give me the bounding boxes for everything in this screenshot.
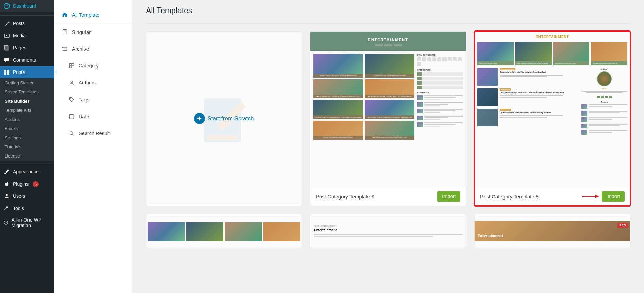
- sidebar-label: Search Result: [79, 131, 110, 136]
- card-preview: HOME > ENTERTAINMENT Entertainment: [310, 214, 466, 248]
- user-icon: [3, 193, 10, 200]
- menu-plugins[interactable]: Plugins 6: [0, 178, 54, 190]
- pin-icon: [3, 20, 10, 27]
- sidebar-archive[interactable]: Archive: [54, 40, 132, 57]
- preview-side-heading: CATEGORIES: [417, 69, 463, 71]
- svg-rect-5: [7, 70, 9, 72]
- svg-rect-4: [4, 70, 6, 72]
- menu-label: Comments: [13, 57, 36, 63]
- sidebar-category[interactable]: Category: [54, 57, 132, 74]
- card-template-partial-2[interactable]: HOME > ENTERTAINMENT Entertainment: [310, 214, 466, 248]
- search-icon: [69, 130, 75, 137]
- media-icon: [3, 32, 10, 39]
- plugin-icon: [3, 181, 10, 187]
- card-template-9[interactable]: ENTERTAINMENT STORIES TO TELL NOT STUFF …: [310, 31, 466, 206]
- submenu-site-builder[interactable]: Site Builder: [0, 97, 54, 106]
- sidebar-singular[interactable]: Singular: [54, 23, 132, 40]
- svg-point-18: [71, 81, 72, 83]
- menu-label: Posts: [13, 21, 25, 26]
- import-button[interactable]: Import: [602, 191, 625, 202]
- sidebar-label: Authors: [79, 80, 96, 85]
- preview-heading: ENTERTAINMENT: [475, 32, 630, 42]
- card-footer: Post Category Template 8 Import: [475, 187, 630, 206]
- card-start-from-scratch[interactable]: + Start from Scratch: [146, 31, 302, 206]
- card-template-8[interactable]: ENTERTAINMENT Stories to tell not stuff …: [474, 31, 630, 206]
- menu-users[interactable]: Users: [0, 190, 54, 202]
- page-icon: [3, 44, 10, 51]
- main-content: All Templates + Start from Scratch ENTER…: [132, 0, 644, 293]
- menu-tools[interactable]: Tools: [0, 202, 54, 214]
- menu-label: Appearance: [13, 169, 39, 174]
- svg-rect-6: [4, 72, 6, 75]
- sidebar-label: All Template: [72, 12, 99, 18]
- submenu-addons[interactable]: Addons: [0, 115, 54, 124]
- submenu-getting-started[interactable]: Getting Started: [0, 78, 54, 87]
- preview-heading: Entertainment: [477, 233, 503, 238]
- menu-posts[interactable]: Posts: [0, 17, 54, 29]
- sidebar-authors[interactable]: Authors: [54, 74, 132, 91]
- divider: [146, 23, 630, 24]
- svg-point-22: [70, 132, 73, 135]
- menu-label: Tools: [13, 206, 24, 211]
- sidebar-all-template[interactable]: All Template: [54, 6, 132, 23]
- annotation-arrow-icon: [582, 194, 599, 199]
- submenu-settings[interactable]: Settings: [0, 133, 54, 142]
- page-title: All Templates: [146, 6, 630, 15]
- submenu-saved-templates[interactable]: Saved Templates: [0, 87, 54, 97]
- submenu-blocks[interactable]: Blocks: [0, 124, 54, 133]
- comment-icon: [3, 57, 10, 63]
- card-template-partial-3[interactable]: PRO Entertainment: [474, 214, 630, 248]
- document-icon: [62, 29, 68, 35]
- template-grid: + Start from Scratch ENTERTAINMENT STORI: [146, 31, 630, 248]
- menu-media[interactable]: Media: [0, 29, 54, 42]
- sidebar-label: Date: [79, 114, 89, 119]
- preview-side-heading: Recent: [581, 101, 627, 103]
- sidebar-date[interactable]: Date: [54, 108, 132, 125]
- separator: [0, 162, 54, 164]
- wp-admin-sidebar: Dashboard Posts Media Pages Comments Pos…: [0, 0, 54, 293]
- svg-rect-20: [70, 115, 74, 119]
- menu-appearance[interactable]: Appearance: [0, 166, 54, 178]
- tag-icon: [69, 97, 75, 103]
- menu-pages[interactable]: Pages: [0, 42, 54, 54]
- sidebar-label: Tags: [79, 97, 89, 102]
- svg-point-8: [6, 194, 8, 196]
- sidebar-label: Category: [79, 63, 99, 68]
- menu-postx[interactable]: PostX: [0, 66, 54, 78]
- separator: [0, 14, 54, 16]
- pro-badge: PRO: [617, 223, 628, 228]
- preview-side-heading: READ MORE: [417, 92, 463, 94]
- card-title: Post Category Template 8: [480, 194, 538, 200]
- menu-label: PostX: [13, 69, 25, 75]
- svg-rect-16: [72, 64, 74, 65]
- card-footer: Post Category Template 9 Import: [310, 187, 466, 206]
- card-title: Post Category Template 9: [316, 194, 374, 200]
- dashboard-icon: [3, 3, 10, 9]
- sidebar-label: Singular: [72, 29, 91, 35]
- import-button[interactable]: Import: [437, 191, 460, 202]
- svg-point-19: [70, 98, 71, 99]
- update-badge: 6: [33, 181, 39, 187]
- menu-label: Users: [13, 193, 25, 199]
- card-preview: ENTERTAINMENT STORIES TO TELL NOT STUFF …: [310, 32, 466, 187]
- card-template-partial-1[interactable]: [146, 214, 302, 248]
- menu-comments[interactable]: Comments: [0, 54, 54, 66]
- submenu-tutorials[interactable]: Tutorials: [0, 142, 54, 151]
- calendar-icon: [69, 113, 75, 120]
- preview-heading: Entertainment: [314, 228, 462, 232]
- preview-side-heading: Author: [581, 68, 627, 70]
- submenu-license[interactable]: License: [0, 151, 54, 161]
- postx-submenu: Getting Started Saved Templates Site Bui…: [0, 78, 54, 161]
- menu-dashboard[interactable]: Dashboard: [0, 0, 54, 12]
- wrench-icon: [3, 205, 10, 212]
- scratch-label: Start from Scratch: [208, 115, 254, 122]
- card-preview: [146, 214, 302, 248]
- svg-marker-27: [595, 195, 599, 198]
- preview-breadcrumb: HOME > ENTERTAINMENT: [314, 225, 462, 227]
- submenu-template-kits[interactable]: Template Kits: [0, 106, 54, 115]
- svg-rect-7: [7, 72, 9, 75]
- card-preview: + Start from Scratch: [146, 32, 302, 206]
- sidebar-tags[interactable]: Tags: [54, 91, 132, 108]
- menu-aio-migration[interactable]: All-in-One WP Migration: [0, 214, 54, 231]
- sidebar-search-result[interactable]: Search Result: [54, 125, 132, 142]
